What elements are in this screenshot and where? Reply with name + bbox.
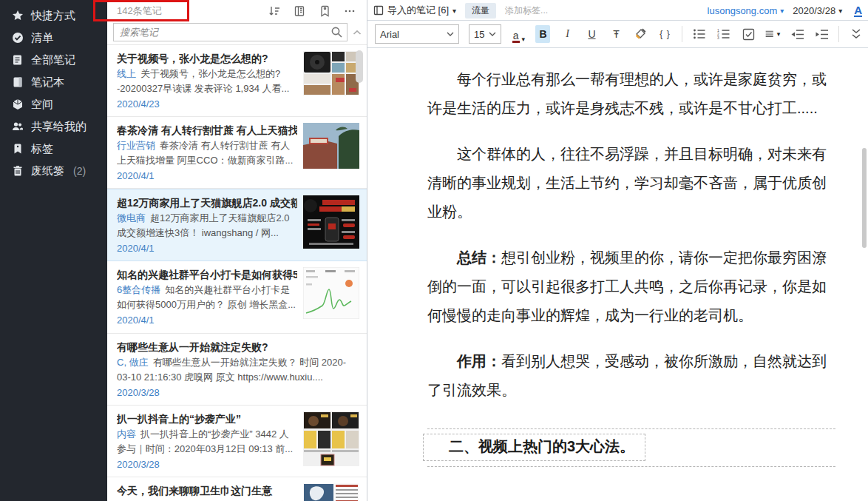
checklist-button[interactable] [741, 25, 756, 43]
collapse-chevron-icon[interactable] [352, 30, 362, 36]
align-icon [765, 29, 773, 39]
note-title: 知名的兴趣社群平台小打卡是如何获得5... [117, 267, 297, 283]
toolbar-divider [838, 26, 839, 42]
more-tools-button[interactable] [849, 25, 864, 43]
more-icon[interactable] [343, 4, 356, 18]
note-tag: 6整合传播 [117, 284, 160, 295]
sidebar-item-checklist[interactable]: 清单 [0, 27, 107, 49]
bold-button[interactable]: B [535, 25, 550, 43]
note-date-selector[interactable]: 2020/3/28 ▾ [793, 5, 842, 16]
sidebar-item-label: 标签 [31, 142, 53, 156]
chevron-down-icon [489, 32, 496, 36]
section-heading: 二、视频上热门的3大心法。 [449, 438, 634, 454]
toolbar-divider [682, 26, 682, 42]
sidebar-item-all-notes[interactable]: 全部笔记 [0, 49, 107, 71]
star-icon [11, 10, 24, 22]
note-tag-chip[interactable]: 流量 [465, 3, 496, 19]
notebook-selector[interactable]: 导入的笔记 [6] ▾ [373, 4, 456, 17]
note-snippet: 有哪些生意从一开始就注定失败？ 时间 2020-03-10 21:16:30 虎… [117, 357, 346, 383]
note-thumbnail [303, 483, 359, 501]
notebook-icon [11, 76, 24, 89]
underline-button[interactable]: U [584, 25, 599, 43]
note-title: 有哪些生意从一开始就注定失败? [117, 340, 359, 355]
sidebar-item-notebooks[interactable]: 笔记本 [0, 71, 107, 93]
note-thumbnail [303, 267, 359, 329]
search-icon[interactable] [330, 26, 343, 38]
note-snippet: 关于视频号，张小龙是怎么想的? -20200327早读课 发表评论 1,934 … [117, 68, 289, 94]
note-tag: 线上 [117, 68, 136, 79]
highlighter-button[interactable] [633, 25, 648, 43]
chevron-down-icon: ▾ [780, 7, 784, 15]
checkbox-icon [742, 28, 755, 41]
indent-button[interactable] [814, 25, 829, 43]
tag-icon[interactable] [318, 4, 331, 18]
note-title: 春茶冷清 有人转行割甘蔗 有人上天猫找... [117, 123, 297, 138]
note-thumbnail [303, 123, 359, 184]
font-size-select[interactable]: 15 [469, 24, 501, 44]
table-section: 二、视频上热门的3大心法。 [427, 428, 835, 467]
sidebar-item-label: 共享给我的 [31, 120, 87, 134]
format-style-button[interactable]: A [854, 4, 862, 17]
sidebar-item-space[interactable]: 空间 [0, 93, 107, 115]
sidebar-item-label: 快捷方式 [31, 9, 75, 23]
svg-text:3: 3 [717, 36, 719, 40]
note-snippet: 扒一扒抖音上的“抄袭产业” 3442 人参与｜时间：2020年03月12日 09… [117, 428, 293, 454]
sort-icon[interactable] [268, 4, 281, 18]
note-list-item[interactable]: 关于视频号，张小龙是怎么想的? 线上关于视频号，张小龙是怎么想的? -20200… [107, 45, 367, 117]
note-title: 扒一扒抖音上的“抄袭产业” [117, 411, 297, 427]
bullet-list-button[interactable] [692, 25, 707, 43]
trash-count-badge: (2) [73, 165, 86, 177]
sidebar-item-label: 全部笔记 [31, 53, 75, 67]
add-tag-field[interactable]: 添加标签... [505, 4, 698, 17]
editor-content[interactable]: 每个行业总有那么一帮有理想的人，或许是家庭贫穷，或许是生活的压力，或许是身残志不… [367, 47, 868, 501]
note-list-item[interactable]: 今天，我们来聊聊卫生巾这门生意 3制造产品今天，我们来聊聊卫生巾这门生意 爆款法… [107, 477, 367, 501]
align-button[interactable]: ▾ [765, 25, 780, 43]
paragraph: 这个群体的人，往往不易浮躁，并且目标明确，对未来有清晰的事业规划，生活上节约，学… [427, 140, 835, 226]
note-date: 2020/4/1 [117, 241, 297, 256]
note-list-item[interactable]: 扒一扒抖音上的“抄袭产业” 内容扒一扒抖音上的“抄袭产业” 3442 人参与｜时… [107, 406, 367, 477]
font-family-value: Arial [380, 29, 399, 40]
bullet-list-icon [693, 28, 706, 40]
code-button[interactable]: { } [657, 25, 672, 43]
note-list-item[interactable]: 有哪些生意从一开始就注定失败? C, 做庄有哪些生意从一开始就注定失败？ 时间 … [107, 334, 367, 406]
paragraph: 作用：看到别人想哭，受感动，被你所激励，自然就达到了引流效果。 [427, 347, 835, 405]
outdent-button[interactable] [790, 25, 804, 43]
note-list-item-selected[interactable]: 超12万商家用上了天猫旗舰店2.0 成交额... 微电商超12万商家用上了天猫旗… [107, 189, 367, 261]
editor-scrollbar[interactable] [862, 148, 867, 248]
more-chevrons-icon [851, 28, 861, 40]
cube-icon [11, 98, 24, 111]
paragraph: 每个行业总有那么一帮有理想的人，或许是家庭贫穷，或许是生活的压力，或许是身残志不… [427, 65, 835, 123]
italic-button[interactable]: I [560, 25, 574, 43]
note-date: 2020/4/1 [117, 313, 297, 328]
note-date: 2020/4/23 [117, 97, 297, 112]
layout-icon[interactable] [293, 4, 306, 18]
note-date: 2020/3/28 [117, 457, 297, 472]
sidebar-item-shared-with-me[interactable]: 共享给我的 [0, 115, 107, 138]
table-border-bottom [427, 466, 835, 467]
note-list-item[interactable]: 知名的兴趣社群平台小打卡是如何获得5... 6整合传播知名的兴趣社群平台小打卡是… [107, 261, 367, 334]
note-title: 关于视频号，张小龙是怎么想的? [117, 51, 297, 67]
note-tag: 内容 [117, 428, 136, 440]
search-bar [107, 21, 367, 44]
editor-meta-bar: 导入的笔记 [6] ▾ 流量 添加标签... lusongsong.com ▾ … [367, 0, 868, 21]
numbered-list-button[interactable]: 123 [716, 25, 731, 43]
sidebar-item-tags[interactable]: 标签 [0, 138, 107, 160]
strikethrough-button[interactable]: Ŧ [608, 25, 623, 43]
font-color-button[interactable]: a ▾ [511, 25, 526, 43]
note-list-header: 142条笔记 [107, 0, 367, 21]
font-family-select[interactable]: Arial [375, 24, 459, 44]
note-title: 今天，我们来聊聊卫生巾这门生意 [117, 483, 297, 499]
note-list-item[interactable]: 春茶冷清 有人转行割甘蔗 有人上天猫找... 行业营销春茶冷清 有人转行割甘蔗 … [107, 117, 367, 189]
check-circle-icon [11, 32, 24, 44]
sidebar-item-shortcuts[interactable]: 快捷方式 [0, 4, 107, 27]
tag-icon [11, 143, 24, 155]
sidebar-item-trash[interactable]: 废纸篓 (2) [0, 160, 107, 182]
note-list-scrollbar[interactable] [356, 50, 363, 83]
chevron-down-icon: ▾ [777, 30, 781, 38]
sidebar: 快捷方式 清单 全部笔记 笔记本 空间 共享给我的 标签 [0, 0, 107, 501]
sidebar-item-label: 笔记本 [31, 75, 64, 90]
notebook-icon [373, 5, 384, 16]
source-link-selector[interactable]: lusongsong.com ▾ [708, 5, 784, 16]
note-date: 2020/3/28 [117, 386, 359, 400]
search-input[interactable] [113, 23, 347, 41]
